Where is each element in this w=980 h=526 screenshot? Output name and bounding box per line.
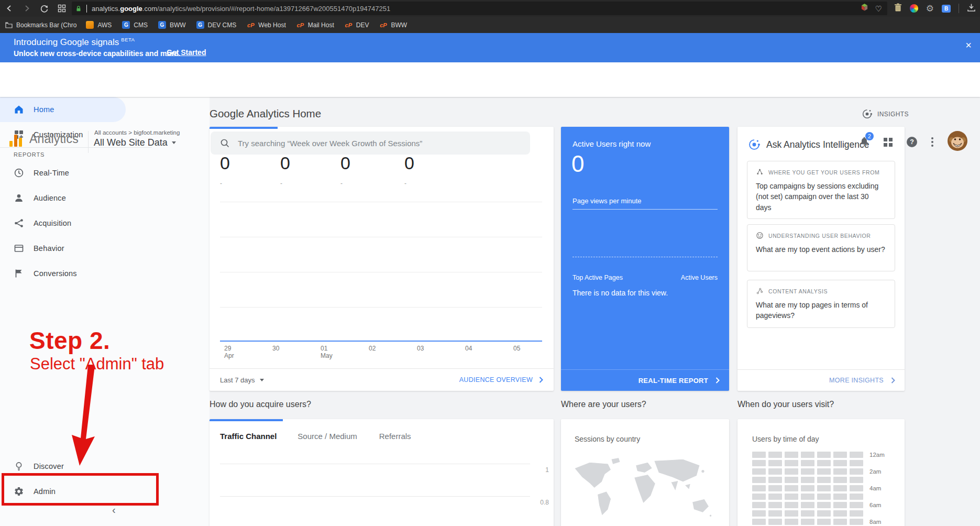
brand-name[interactable]: Analytics <box>29 132 79 146</box>
content-analysis-icon <box>756 287 764 295</box>
time-section-title: When do your users visit? <box>737 400 834 409</box>
realtime-card: Active Users right now 0 Page views per … <box>561 127 729 391</box>
notifications-button[interactable]: 2 <box>859 136 869 149</box>
apps-grid-icon[interactable] <box>884 138 893 147</box>
color-wheel-extension-icon[interactable] <box>910 4 918 13</box>
banner-close-icon[interactable]: × <box>965 40 972 50</box>
acquire-card: Traffic Channel Source / Medium Referral… <box>210 419 554 526</box>
heatmap-cell <box>801 519 814 525</box>
bookmark-item[interactable]: Mail Host <box>296 21 334 29</box>
time-heatmap: 12am2am4am6am8am <box>752 452 899 526</box>
bookmark-item[interactable]: DEV CMS <box>196 21 237 29</box>
trash-extension-icon[interactable] <box>894 3 902 14</box>
more-insights-link[interactable]: MORE INSIGHTS <box>737 369 905 391</box>
chevron-right-icon <box>715 377 720 383</box>
active-users-label: Active Users <box>681 274 718 281</box>
heatmap-cell <box>817 494 831 500</box>
active-tab-indicator <box>210 419 283 421</box>
sidebar-item-realtime[interactable]: Real-Time <box>0 160 157 185</box>
bookmarks-folder[interactable]: Bookmarks Bar (Chro <box>5 21 76 29</box>
help-icon[interactable]: ? <box>907 137 917 147</box>
sidebar-collapse-icon[interactable]: ‹ <box>112 505 116 515</box>
get-started-link[interactable]: Get Started <box>167 48 206 57</box>
heatmap-cell <box>817 460 831 466</box>
insights-button[interactable]: INSIGHTS <box>862 108 909 119</box>
insight-suggestion-card[interactable]: WHERE YOU GET YOUR USERS FROM Top campai… <box>747 161 895 219</box>
heatmap-cell <box>768 485 782 491</box>
sidebar-item-conversions[interactable]: Conversions <box>0 261 157 286</box>
banner-subtitle: Unlock new cross-device capabilities and… <box>14 49 180 58</box>
bookmark-item[interactable]: Web Host <box>247 21 285 29</box>
tab-source-medium[interactable]: Source / Medium <box>298 432 357 441</box>
user-behavior-icon <box>756 232 764 239</box>
heatmap-time-label: 6am <box>869 502 897 508</box>
lock-icon <box>75 5 82 13</box>
reload-icon[interactable] <box>40 4 49 13</box>
sidebar-item-acquisition[interactable]: Acquisition <box>0 211 157 236</box>
heatmap-cell <box>785 460 798 466</box>
heatmap-cell <box>850 494 863 500</box>
breadcrumb[interactable]: All accounts > bigfoot.marketing <box>94 129 180 136</box>
heatmap-cell <box>785 452 798 458</box>
heatmap-cell <box>752 452 766 458</box>
heatmap-cell <box>801 452 814 458</box>
heatmap-cell <box>768 460 782 466</box>
x-axis-label: 30 <box>272 345 279 352</box>
x-axis-label: 03 <box>417 345 424 352</box>
heatmap-cell <box>850 452 863 458</box>
bookmarks-bar: Bookmarks Bar (Chro AWSCMSBWWDEV CMSWeb … <box>0 17 980 33</box>
sidebar-item-behavior[interactable]: Behavior <box>0 236 157 261</box>
pageviews-per-minute-label: Page views per minute <box>572 197 718 210</box>
date-range-selector[interactable]: Last 7 days <box>220 376 264 384</box>
y-axis-label: 0.8 <box>533 499 549 506</box>
settings-extension-icon[interactable]: ⚙ <box>926 4 934 13</box>
blue-b-extension-icon[interactable]: B <box>942 5 951 13</box>
back-icon[interactable] <box>5 4 14 13</box>
tab-referrals[interactable]: Referrals <box>379 432 411 441</box>
forward-icon[interactable] <box>23 4 31 13</box>
bookmark-item[interactable]: BWW <box>379 21 407 29</box>
address-bar[interactable]: analytics.google.com/analytics/web/provi… <box>72 2 887 15</box>
avatar[interactable] <box>948 131 967 153</box>
downloads-icon[interactable] <box>967 3 976 14</box>
sync-cube-icon[interactable] <box>861 3 868 14</box>
audience-overview-link[interactable]: AUDIENCE OVERVIEW <box>459 376 543 383</box>
intelligence-atom-icon <box>748 138 761 151</box>
heatmap-cell <box>768 452 782 458</box>
heatmap-cell <box>752 485 766 491</box>
speed-dial-icon[interactable] <box>58 4 66 13</box>
bookmark-item[interactable]: BWW <box>158 21 186 29</box>
heatmap-cell <box>833 468 847 475</box>
analytics-logo-icon[interactable] <box>9 135 22 147</box>
banner-title: Introducing Google signalsBETA <box>14 37 135 48</box>
sidebar-item-home[interactable]: Home <box>0 97 126 122</box>
tab-traffic-channel[interactable]: Traffic Channel <box>220 432 277 441</box>
search-bar[interactable] <box>211 132 530 155</box>
heatmap-cell <box>752 460 766 466</box>
gridline <box>220 496 530 497</box>
heatmap-cell <box>785 485 798 491</box>
heatmap-cell <box>801 502 814 508</box>
bookmark-item[interactable]: CMS <box>122 21 148 29</box>
insight-suggestion-card[interactable]: CONTENT ANALYSIS What are my top pages i… <box>747 280 895 328</box>
overflow-menu-icon[interactable] <box>931 137 933 147</box>
bookmark-item[interactable]: AWS <box>86 21 112 29</box>
bookmark-item[interactable]: DEV <box>345 21 369 29</box>
x-axis-label: 01May <box>321 345 333 359</box>
cpanel-favicon <box>345 21 353 29</box>
property-selector[interactable]: All Web Site Data <box>94 137 176 148</box>
bookmark-heart-icon[interactable]: ♡ <box>875 5 882 13</box>
heatmap-cell <box>817 452 831 458</box>
heatmap-cell <box>833 460 847 466</box>
lightbulb-icon <box>14 461 24 472</box>
annotation-highlight-rect <box>2 473 159 506</box>
sidebar-item-audience[interactable]: Audience <box>0 185 157 211</box>
realtime-report-link[interactable]: REAL-TIME REPORT <box>561 369 729 391</box>
insight-suggestion-card[interactable]: UNDERSTANDING USER BEHAVIOR What are my … <box>747 224 895 271</box>
share-branch-icon <box>14 218 24 228</box>
heatmap-cell <box>833 477 847 483</box>
bookmark-label: Mail Host <box>308 21 334 29</box>
page-body: Home Customization REPORTS Real-Time Aud… <box>0 97 980 526</box>
app-header: Analytics All accounts > bigfoot.marketi… <box>0 62 980 97</box>
search-input[interactable] <box>237 138 511 148</box>
